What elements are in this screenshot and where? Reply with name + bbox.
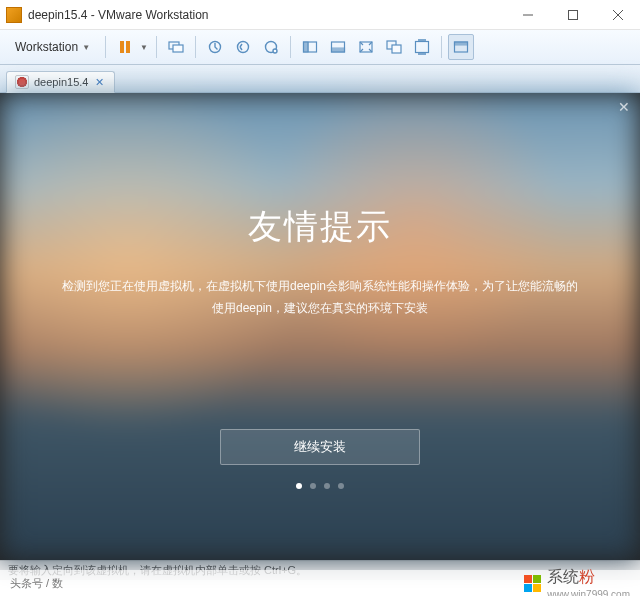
svg-rect-1 <box>568 10 577 19</box>
app-icon <box>6 7 22 23</box>
watermark-overlay: 头条号 / 数 系统粉 www.win7999.com <box>0 570 640 596</box>
deepin-icon <box>15 75 29 89</box>
workstation-menu-label: Workstation <box>15 40 78 54</box>
page-dot-3[interactable] <box>324 483 330 489</box>
watermark-brand: 系统粉 www.win7999.com <box>547 567 630 597</box>
send-ctrl-alt-del-button[interactable] <box>163 34 189 60</box>
snapshot-revert-button[interactable] <box>230 34 256 60</box>
stretch-guest-button[interactable] <box>353 34 379 60</box>
separator <box>156 36 157 58</box>
microsoft-logo-icon <box>524 575 541 592</box>
separator <box>105 36 106 58</box>
snapshot-manager-button[interactable] <box>258 34 284 60</box>
page-indicator <box>296 483 344 489</box>
svg-rect-7 <box>173 45 183 52</box>
quick-switch-button[interactable] <box>448 34 474 60</box>
installer-close-icon[interactable]: ✕ <box>618 99 630 115</box>
show-console-button[interactable] <box>325 34 351 60</box>
page-dot-4[interactable] <box>338 483 344 489</box>
snapshot-take-button[interactable] <box>202 34 228 60</box>
workstation-menu[interactable]: Workstation ▼ <box>6 37 99 57</box>
svg-rect-5 <box>126 41 130 53</box>
watermark-url: www.win7999.com <box>547 589 630 597</box>
maximize-button[interactable] <box>550 0 595 30</box>
svg-point-11 <box>273 49 277 53</box>
tab-strip: deepin15.4 ✕ <box>0 65 640 93</box>
close-button[interactable] <box>595 0 640 30</box>
installer-dialog: 友情提示 检测到您正在使用虚拟机，在虚拟机下使用deepin会影响系统性能和操作… <box>0 93 640 560</box>
page-dot-1[interactable] <box>296 483 302 489</box>
watermark-left: 头条号 / 数 <box>10 576 63 591</box>
svg-rect-16 <box>331 48 344 52</box>
dialog-description: 检测到您正在使用虚拟机，在虚拟机下使用deepin会影响系统性能和操作体验，为了… <box>60 276 580 319</box>
minimize-button[interactable] <box>505 0 550 30</box>
unity-button[interactable] <box>381 34 407 60</box>
chevron-down-icon: ▼ <box>82 43 90 52</box>
window-titlebar: deepin15.4 - VMware Workstation <box>0 0 640 30</box>
fullscreen-button[interactable] <box>409 34 435 60</box>
svg-rect-22 <box>454 42 467 45</box>
vm-tab[interactable]: deepin15.4 ✕ <box>6 71 115 93</box>
separator <box>195 36 196 58</box>
toolbar: Workstation ▼ ▼ <box>0 30 640 65</box>
vm-viewport[interactable]: ✕ 友情提示 检测到您正在使用虚拟机，在虚拟机下使用deepin会影响系统性能和… <box>0 93 640 560</box>
svg-rect-20 <box>415 42 428 53</box>
vm-tab-label: deepin15.4 <box>34 76 88 88</box>
show-sidebar-button[interactable] <box>297 34 323 60</box>
dialog-heading: 友情提示 <box>248 204 392 250</box>
continue-install-button[interactable]: 继续安装 <box>220 429 420 465</box>
watermark-right: 系统粉 www.win7999.com <box>524 567 630 597</box>
window-title: deepin15.4 - VMware Workstation <box>28 8 505 22</box>
svg-rect-14 <box>303 42 308 52</box>
tab-close-button[interactable]: ✕ <box>93 76 106 89</box>
pause-menu-chevron[interactable]: ▼ <box>138 43 150 52</box>
page-dot-2[interactable] <box>310 483 316 489</box>
pause-vm-button[interactable] <box>112 34 138 60</box>
svg-rect-19 <box>392 45 401 53</box>
continue-install-label: 继续安装 <box>294 438 346 456</box>
separator <box>441 36 442 58</box>
svg-rect-4 <box>120 41 124 53</box>
svg-point-9 <box>237 42 248 53</box>
separator <box>290 36 291 58</box>
